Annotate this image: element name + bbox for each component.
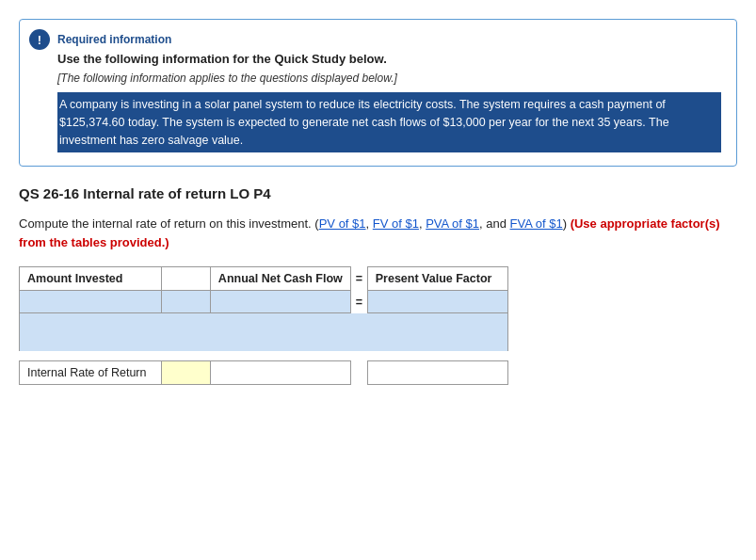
irr-input[interactable] — [161, 360, 210, 384]
irr-row: Internal Rate of Return — [20, 360, 508, 384]
highlight-text: A company is investing in a solar panel … — [57, 92, 721, 152]
spacer-row — [20, 313, 508, 332]
empty-cell — [161, 291, 210, 313]
header-equals: = — [350, 267, 367, 291]
divider-cell — [20, 351, 508, 361]
bold-red-instruction: (Use appropriate factor(s) from the tabl… — [19, 216, 720, 249]
bold-instruction: Use the following information for the Qu… — [57, 52, 721, 66]
divider-row — [20, 351, 508, 361]
annual-cash-flow-input[interactable] — [210, 291, 350, 313]
irr-table: Amount Invested Annual Net Cash Flow = P… — [19, 266, 508, 385]
fva-link[interactable]: FVA of $1 — [510, 216, 563, 231]
header-empty — [161, 267, 210, 291]
header-pv-factor: Present Value Factor — [367, 267, 507, 291]
pv-link[interactable]: PV of $1 — [319, 216, 366, 231]
spacer-row-2 — [20, 332, 508, 351]
instructions: Compute the internal rate of return on t… — [19, 215, 737, 251]
header-annual-cash-flow: Annual Net Cash Flow — [210, 267, 350, 291]
info-box: ! Required information Use the following… — [19, 19, 737, 167]
spacer-cell — [20, 313, 508, 332]
irr-pv-empty — [367, 360, 507, 384]
italic-note: [The following information applies to th… — [57, 72, 721, 85]
section-title: QS 26-16 Internal rate of return LO P4 — [19, 185, 737, 201]
table-container: Amount Invested Annual Net Cash Flow = P… — [19, 266, 508, 385]
required-label: Required information — [57, 33, 721, 46]
header-amount-invested: Amount Invested — [20, 267, 162, 291]
spacer-cell-2 — [20, 332, 508, 351]
irr-label: Internal Rate of Return — [20, 360, 162, 384]
irr-equals — [350, 360, 367, 384]
irr-empty — [210, 360, 350, 384]
equals-sign: = — [350, 291, 367, 313]
table-row: = — [20, 291, 508, 313]
amount-invested-input[interactable] — [20, 291, 162, 313]
info-icon: ! — [29, 29, 50, 50]
fv-link[interactable]: FV of $1 — [373, 216, 419, 231]
pv-factor-input[interactable] — [367, 291, 507, 313]
pva-link[interactable]: PVA of $1 — [426, 216, 479, 231]
